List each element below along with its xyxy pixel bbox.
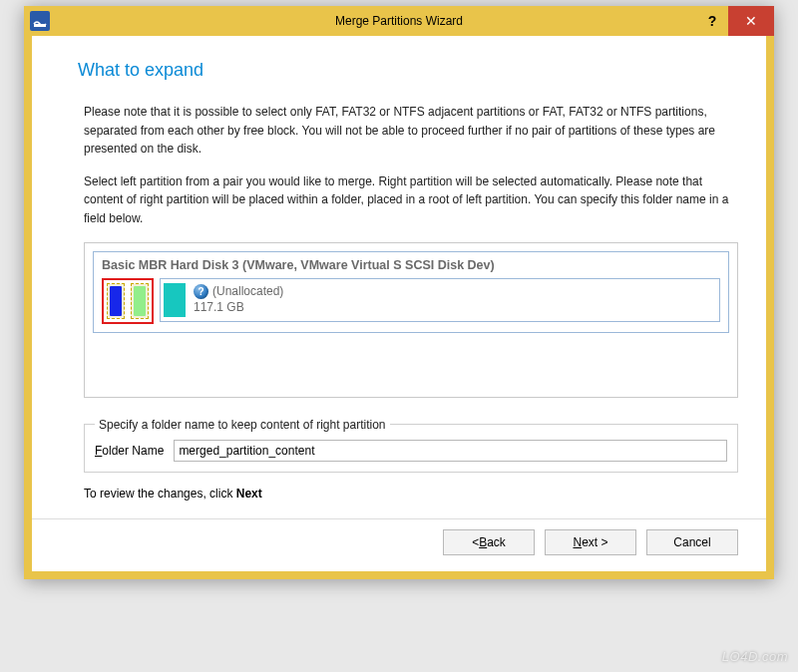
app-window: Merge Partitions Wizard ? ✕ What to expa… xyxy=(24,6,774,579)
wizard-buttons: < Back Next > Cancel xyxy=(60,519,738,557)
window-title: Merge Partitions Wizard xyxy=(24,14,774,28)
partition-left[interactable] xyxy=(107,283,125,319)
review-hint: To review the changes, click Next xyxy=(84,487,738,501)
folder-name-group: Specify a folder name to keep content of… xyxy=(84,418,738,473)
partition-right[interactable] xyxy=(131,283,149,319)
partition-unallocated[interactable]: ? (Unallocated) 117.1 GB xyxy=(160,278,720,322)
question-icon: ? xyxy=(194,284,208,299)
page-title: What to expand xyxy=(78,60,738,81)
wizard-page: What to expand Please note that it is po… xyxy=(32,36,766,571)
folder-legend: Specify a folder name to keep content of… xyxy=(95,418,390,432)
help-button[interactable]: ? xyxy=(696,6,728,36)
watermark: LO4D.com xyxy=(722,649,788,664)
disk-panel: Basic MBR Hard Disk 3 (VMware, VMware Vi… xyxy=(93,251,729,333)
back-button[interactable]: < Back xyxy=(443,529,535,555)
intro-paragraph-1: Please note that it is possible to selec… xyxy=(84,103,738,159)
app-icon xyxy=(30,11,50,31)
svg-rect-0 xyxy=(34,24,46,27)
window-frame: What to expand Please note that it is po… xyxy=(24,36,774,579)
disk-title: Basic MBR Hard Disk 3 (VMware, VMware Vi… xyxy=(102,258,720,272)
partition-label: (Unallocated) xyxy=(212,284,283,300)
intro-paragraph-2: Select left partition from a pair you wo… xyxy=(84,172,738,228)
partition-size: 117.1 GB xyxy=(194,300,283,316)
disk-selection-box[interactable]: Basic MBR Hard Disk 3 (VMware, VMware Vi… xyxy=(84,242,738,398)
folder-name-label: Folder Name xyxy=(95,444,164,458)
selected-partition-pair[interactable] xyxy=(102,278,154,324)
window-controls: ? ✕ xyxy=(696,6,774,36)
folder-name-input[interactable] xyxy=(174,440,727,462)
titlebar[interactable]: Merge Partitions Wizard ? ✕ xyxy=(24,6,774,36)
partition-color-block xyxy=(164,283,186,317)
next-button[interactable]: Next > xyxy=(545,529,636,555)
close-icon: ✕ xyxy=(745,13,757,29)
disk-row: ? (Unallocated) 117.1 GB xyxy=(102,278,720,324)
cancel-button[interactable]: Cancel xyxy=(646,529,738,555)
close-button[interactable]: ✕ xyxy=(728,6,774,36)
